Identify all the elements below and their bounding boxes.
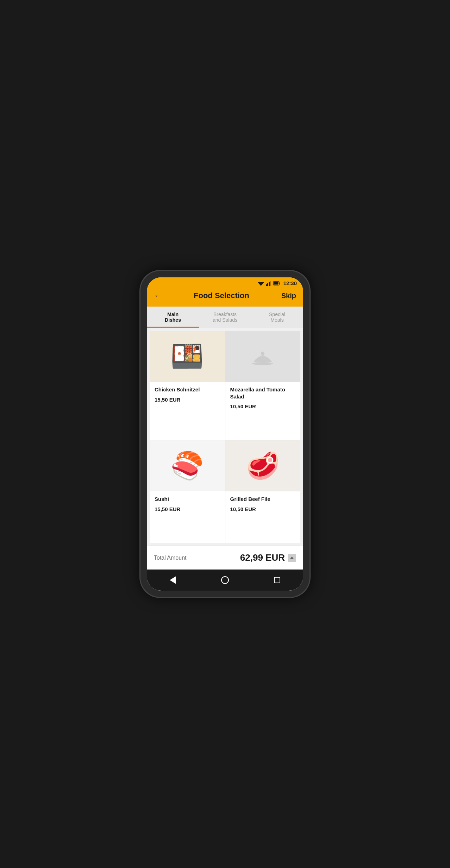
- app-header: ← Food Selection Skip: [147, 288, 303, 307]
- food-info-sushi: Sushi 15,50 EUR: [150, 491, 225, 538]
- food-card-grilled-beef[interactable]: 🥩 Grilled Beef File 10,50 EUR: [225, 440, 301, 543]
- svg-rect-7: [274, 282, 278, 284]
- food-grid: 🍱 Chicken Schnitzel 15,50 EUR: [150, 331, 300, 543]
- phone-screen: 12:30 ← Food Selection Skip Main Dishes …: [147, 277, 303, 591]
- food-info-beef: Grilled Beef File 10,50 EUR: [225, 491, 301, 538]
- chicken-emoji: 🍱: [170, 341, 204, 372]
- nav-back-icon: [170, 576, 176, 584]
- svg-rect-5: [270, 281, 271, 286]
- food-price-beef: 10,50 EUR: [230, 506, 296, 512]
- svg-rect-11: [261, 352, 264, 353]
- svg-marker-1: [259, 283, 263, 286]
- food-name-mozarella: Mozarella and Tomato Salad: [230, 386, 296, 400]
- back-button[interactable]: ←: [154, 291, 162, 300]
- total-label: Total Amount: [154, 555, 187, 561]
- signal-icon: [266, 281, 271, 286]
- food-image-sushi: 🍣: [150, 440, 225, 491]
- svg-rect-3: [267, 283, 268, 286]
- food-info-chicken: Chicken Schnitzel 15,50 EUR: [150, 382, 225, 435]
- dish-cover-icon: [250, 346, 275, 367]
- food-name-sushi: Sushi: [155, 496, 220, 503]
- beef-emoji: 🥩: [246, 450, 280, 482]
- battery-icon: [273, 281, 280, 285]
- food-price-chicken: 15,50 EUR: [155, 397, 220, 403]
- svg-rect-2: [266, 284, 267, 286]
- food-image-chicken: 🍱: [150, 331, 225, 382]
- food-name-chicken: Chicken Schnitzel: [155, 386, 220, 393]
- svg-marker-12: [290, 556, 294, 559]
- tab-special-meals[interactable]: Special Meals: [251, 307, 303, 328]
- tab-breakfasts-salads[interactable]: Breakfasts and Salads: [199, 307, 251, 328]
- food-card-sushi[interactable]: 🍣 Sushi 15,50 EUR: [150, 440, 225, 543]
- svg-rect-4: [269, 282, 270, 286]
- food-price-sushi: 15,50 EUR: [155, 506, 220, 512]
- nav-recent-button[interactable]: [271, 574, 283, 586]
- sushi-emoji: 🍣: [170, 450, 204, 482]
- nav-recent-icon: [274, 577, 280, 583]
- food-image-mozarella: [225, 331, 301, 382]
- food-placeholder-mozarella: [225, 331, 301, 382]
- nav-back-button[interactable]: [167, 574, 179, 586]
- food-info-mozarella: Mozarella and Tomato Salad 10,50 EUR: [225, 382, 301, 435]
- nav-home-button[interactable]: [219, 574, 231, 586]
- svg-rect-8: [280, 283, 280, 284]
- food-card-mozarella[interactable]: Mozarella and Tomato Salad 10,50 EUR: [225, 331, 301, 440]
- total-amount: 62,99 EUR: [240, 552, 285, 563]
- phone-shell: 12:30 ← Food Selection Skip Main Dishes …: [140, 271, 310, 597]
- status-bar: 12:30: [147, 277, 303, 288]
- tab-main-dishes[interactable]: Main Dishes: [147, 307, 199, 328]
- nav-home-icon: [221, 576, 229, 584]
- nav-bar: [147, 570, 303, 591]
- total-bar: Total Amount 62,99 EUR: [147, 546, 303, 570]
- food-card-chicken-schnitzel[interactable]: 🍱 Chicken Schnitzel 15,50 EUR: [150, 331, 225, 440]
- svg-point-9: [252, 362, 273, 365]
- status-icons: 12:30: [258, 280, 297, 286]
- tabs-container: Main Dishes Breakfasts and Salads Specia…: [147, 307, 303, 328]
- status-time: 12:30: [283, 280, 297, 286]
- total-amount-wrapper: 62,99 EUR: [240, 552, 296, 563]
- chevron-up-icon[interactable]: [288, 554, 296, 562]
- food-price-mozarella: 10,50 EUR: [230, 403, 296, 409]
- page-title: Food Selection: [194, 291, 249, 300]
- content-area: Main Dishes Breakfasts and Salads Specia…: [147, 307, 303, 570]
- food-name-beef: Grilled Beef File: [230, 496, 296, 503]
- food-image-beef: 🥩: [225, 440, 301, 491]
- skip-button[interactable]: Skip: [281, 292, 296, 300]
- wifi-icon: [258, 281, 264, 286]
